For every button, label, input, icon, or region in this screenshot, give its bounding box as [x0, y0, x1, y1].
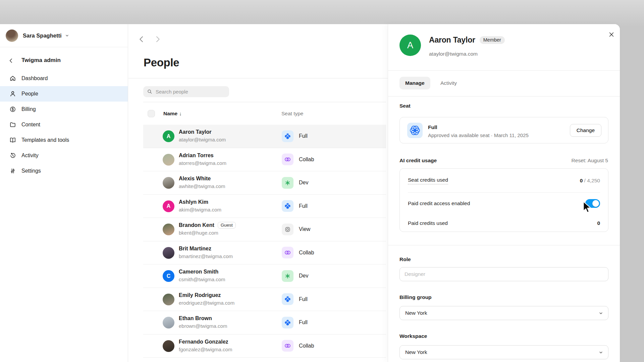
user-avatar	[6, 29, 18, 42]
chevron-down-icon	[598, 350, 603, 355]
seat-credits-used: 0	[580, 178, 583, 183]
seat-type-cell: View	[282, 218, 310, 241]
sidebar-item-people[interactable]: People	[0, 86, 128, 102]
search-icon	[147, 89, 153, 95]
header-divider	[128, 78, 388, 78]
person-email: ataylor@twigma.com	[179, 137, 226, 142]
table-row[interactable]: Adrian Torresatorres@twigma.com Collab	[143, 148, 386, 172]
book-icon	[9, 136, 16, 144]
close-icon[interactable]	[607, 30, 616, 39]
sidebar-title: Twigma admin	[21, 57, 61, 64]
person-email: awhite@twigma.com	[179, 183, 225, 189]
avatar	[163, 154, 174, 166]
history-icon	[9, 152, 16, 159]
person-name: Adrian Torres	[179, 152, 214, 159]
column-header-name[interactable]: Name↓	[163, 111, 182, 117]
change-seat-button[interactable]: Change	[570, 124, 601, 137]
select-all-checkbox[interactable]	[148, 110, 155, 117]
role-input[interactable]	[399, 267, 608, 281]
workspace-select[interactable]: New York	[399, 345, 608, 359]
search-box[interactable]	[143, 86, 229, 97]
collab-seat-icon	[282, 340, 293, 352]
member-detail-panel: A Aaron Taylor Member ataylor@twigma.com…	[388, 24, 620, 362]
seat-credits-total: / 4,250	[583, 178, 600, 183]
column-name-label: Name	[163, 111, 177, 116]
paid-used-value: 0	[597, 220, 600, 226]
table-row[interactable]: AAshlyn Kimakim@twigma.com Full	[143, 195, 386, 218]
person-email: bmartinez@twigma.com	[179, 253, 233, 259]
account-menu[interactable]: Sara Spaghetti	[0, 24, 128, 47]
workspace-value: New York	[405, 349, 427, 355]
guest-badge: Guest	[218, 222, 236, 229]
seat-type-label: Collab	[299, 250, 314, 256]
billing-group-label: Billing group	[399, 294, 432, 300]
workspace-label: Workspace	[399, 333, 427, 339]
tabs-divider	[388, 96, 620, 97]
sidebar-item-settings[interactable]: Settings	[0, 163, 128, 179]
nav-forward-button[interactable]	[153, 35, 162, 44]
sort-arrow-icon: ↓	[179, 111, 182, 116]
column-header-seat-type[interactable]: Seat type	[281, 111, 304, 117]
tab-manage[interactable]: Manage	[399, 77, 430, 89]
collab-seat-icon	[282, 247, 293, 258]
role-label: Role	[399, 256, 411, 262]
person-name: Aaron Taylor	[179, 128, 212, 136]
sidebar-item-label: Content	[21, 122, 40, 128]
person-name: Alexis White	[179, 175, 211, 182]
table-row[interactable]: Brit Martinezbmartinez@twigma.com Collab	[143, 241, 386, 265]
table-row[interactable]: Alexis Whiteawhite@twigma.com Dev	[143, 171, 386, 195]
seat-card: Full Approved via available seat · March…	[399, 117, 608, 143]
table-body: AAaron Taylorataylor@twigma.com FullAdri…	[143, 125, 386, 358]
full-seat-icon	[282, 130, 293, 142]
billing-group-select[interactable]: New York	[399, 306, 608, 320]
chevron-left-icon	[8, 57, 14, 64]
person-icon	[9, 90, 16, 98]
collab-seat-icon	[282, 154, 293, 165]
tab-activity[interactable]: Activity	[437, 77, 460, 89]
search-input[interactable]	[156, 89, 223, 95]
sidebar-item-dashboard[interactable]: Dashboard	[0, 71, 128, 86]
nav-back-button[interactable]	[137, 35, 146, 44]
ai-credit-reset-date: Reset: August 5	[572, 158, 608, 164]
table-row[interactable]: Brandon KentGuestbkent@huge.com View	[143, 218, 386, 241]
seat-section-heading: Seat	[399, 103, 411, 109]
person-email: fgonzalez@twigma.com	[179, 347, 232, 352]
full-seat-icon	[282, 200, 293, 212]
seat-type-value: Full	[428, 124, 437, 130]
toggle-knob	[592, 200, 599, 207]
seat-type-label: Dev	[299, 273, 308, 279]
avatar	[163, 247, 174, 259]
dollar-icon	[9, 106, 16, 113]
person-name: Brit Martinez	[179, 245, 211, 252]
seat-type-cell: Dev	[282, 264, 308, 288]
avatar	[163, 224, 174, 235]
person-email: erodriguez@twigma.com	[179, 300, 234, 306]
seat-credits-label: Seat credits used	[408, 177, 448, 184]
seat-type-cell: Full	[282, 195, 308, 218]
table-row[interactable]: Emily Rodriguezerodriguez@twigma.com Ful…	[143, 288, 386, 311]
person-email: atorres@twigma.com	[179, 160, 226, 166]
avatar: A	[163, 130, 174, 142]
sidebar-item-billing[interactable]: Billing	[0, 102, 128, 117]
sidebar: Sara Spaghetti Twigma admin DashboardPeo…	[0, 24, 128, 362]
table-row[interactable]: AAaron Taylorataylor@twigma.com Full	[143, 125, 386, 148]
sidebar-item-label: Templates and tools	[21, 137, 69, 143]
table-row[interactable]: CCameron Smithcsmith@twigma.com Dev	[143, 264, 386, 288]
avatar	[163, 294, 174, 305]
page-title: People	[144, 56, 179, 69]
member-name: Aaron Taylor	[429, 36, 475, 45]
avatar	[163, 177, 174, 189]
dev-seat-icon	[282, 270, 293, 282]
avatar	[163, 340, 174, 352]
table-row[interactable]: Fernando Gonzalezfgonzalez@twigma.com Co…	[143, 335, 386, 358]
sidebar-back[interactable]: Twigma admin	[0, 56, 128, 66]
table-row[interactable]: Ethan Brownebrown@twigma.com Full	[143, 311, 386, 335]
sidebar-item-activity[interactable]: Activity	[0, 148, 128, 163]
person-name: Cameron Smith	[179, 268, 218, 276]
avatar: C	[163, 270, 174, 282]
sidebar-item-label: People	[21, 91, 38, 97]
sidebar-item-content[interactable]: Content	[0, 117, 128, 132]
sidebar-item-templates-and-tools[interactable]: Templates and tools	[0, 132, 128, 148]
seat-type-label: Full	[299, 319, 308, 325]
seat-type-cell: Collab	[282, 148, 314, 171]
